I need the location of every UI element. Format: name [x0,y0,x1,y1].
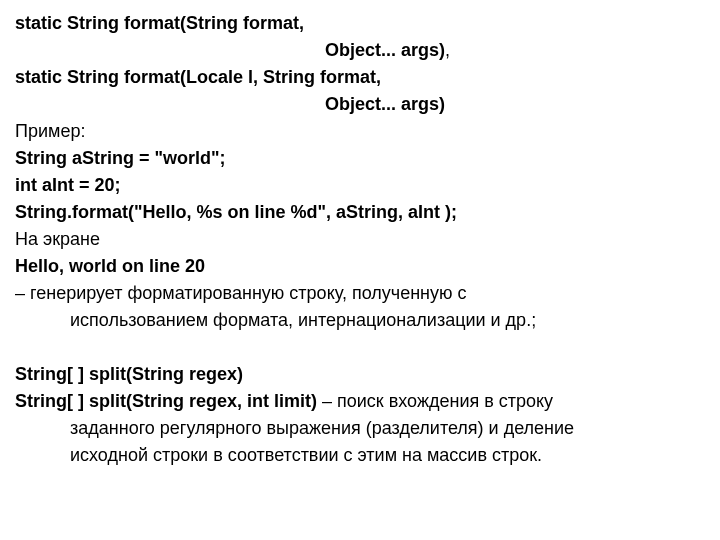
split-desc-c: исходной строки в соответствии с этим на… [15,442,705,469]
split-sig-2: String[ ] split(String regex, int limit)… [15,388,705,415]
code-part-2b: , [445,40,450,60]
code-line-8: String.format("Hello, %s on line %d", aS… [15,199,705,226]
code-line-4: Object... args) [15,91,705,118]
output-line: Hello, world on line 20 [15,253,705,280]
code-line-7: int aInt = 20; [15,172,705,199]
split-sig-2-bold: String[ ] split(String regex, int limit) [15,391,317,411]
code-part-2a: Object... args) [325,40,445,60]
split-sig-1: String[ ] split(String regex) [15,361,705,388]
screen-label: На экране [15,226,705,253]
split-desc-b: заданного регулярного выражения (раздели… [15,415,705,442]
code-line-6: String aString = "world"; [15,145,705,172]
desc-line-a: – генерирует форматированную строку, пол… [15,280,705,307]
code-line-3: static String format(Locale l, String fo… [15,64,705,91]
split-sig-2-text: – поиск вхождения в строку [317,391,553,411]
blank-line [15,334,705,361]
code-line-2: Object... args), [15,37,705,64]
example-label: Пример: [15,118,705,145]
code-line-1: static String format(String format, [15,10,705,37]
desc-line-b: использованием формата, интернационализа… [15,307,705,334]
